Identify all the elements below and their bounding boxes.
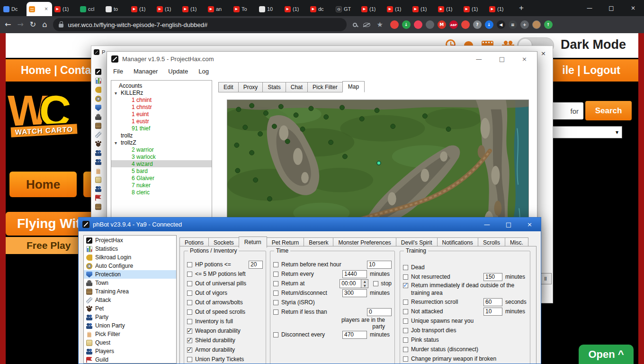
sidebar-item[interactable]: Attack xyxy=(84,296,176,304)
time-value[interactable]: 00:00 xyxy=(340,279,361,288)
reading-list-icon[interactable]: ≡ xyxy=(509,20,517,29)
checkbox[interactable] xyxy=(187,309,192,315)
value-input[interactable]: 10 xyxy=(483,308,502,316)
browser-tab[interactable]: (1) xyxy=(282,2,308,16)
checkbox[interactable] xyxy=(187,272,192,277)
bookmark-star-icon[interactable]: ★ xyxy=(376,20,383,29)
checkbox[interactable] xyxy=(273,300,278,305)
home-button[interactable]: ⌂ xyxy=(42,21,47,28)
address-bar[interactable]: user.wco.tv/flying-witch-episode-7-engli… xyxy=(53,18,347,31)
manager-title-bar[interactable]: Manager v1.9.5 - ProjectHax.com — □ × xyxy=(107,52,537,66)
phbot-title-bar[interactable]: phBot v23.9.4 - Ya9 - Connected — □ × xyxy=(79,218,541,231)
phbot-sidebar[interactable]: ProjectHax Statistics Silkroad Login Aut… xyxy=(83,235,177,364)
settings-gear-icon[interactable] xyxy=(426,20,434,29)
pocket-icon[interactable] xyxy=(414,20,422,29)
value-input[interactable]: 470 xyxy=(342,331,367,339)
expander-arrow-icon[interactable] xyxy=(115,139,121,146)
browser-tab[interactable]: (1) xyxy=(129,2,154,16)
tab[interactable]: Map xyxy=(342,81,365,92)
back-button[interactable]: ← xyxy=(5,21,11,28)
reload-button[interactable]: ↻ xyxy=(30,21,36,28)
sidebar-item[interactable]: Town xyxy=(84,279,176,287)
minimize-button[interactable]: — xyxy=(476,55,482,63)
browser-tab[interactable]: To xyxy=(231,2,257,16)
sidebar-item[interactable]: Pet xyxy=(84,304,176,313)
checkbox[interactable] xyxy=(403,309,408,314)
tree-item[interactable]: 1 chnstr xyxy=(111,103,212,110)
checkbox[interactable] xyxy=(187,328,192,334)
sidebar-item[interactable]: Silkroad Login xyxy=(84,253,176,262)
browser-tab[interactable]: to xyxy=(103,2,129,16)
browser-tab[interactable]: 10 xyxy=(257,2,282,16)
checkbox[interactable] xyxy=(273,332,278,337)
tree-item[interactable]: 91 thief xyxy=(111,125,212,132)
background-window-close-button[interactable]: × xyxy=(541,50,546,57)
url-text[interactable]: user.wco.tv/flying-witch-episode-7-engli… xyxy=(68,21,341,28)
tab[interactable]: Chat xyxy=(286,82,308,92)
sidebar-item[interactable]: Auto Configure xyxy=(84,262,176,270)
value-input[interactable]: 300 xyxy=(342,289,367,297)
value-input[interactable]: 60 xyxy=(483,298,502,306)
eye-slash-icon[interactable] xyxy=(363,23,370,27)
browser-tab[interactable]: (1) xyxy=(180,2,206,16)
menu-item[interactable]: Manager xyxy=(128,68,163,75)
close-button[interactable]: × xyxy=(522,55,527,63)
browser-tab[interactable]: GT xyxy=(333,2,359,16)
tree-item[interactable]: 2 warrior xyxy=(111,146,212,153)
maximize-button[interactable]: □ xyxy=(499,55,505,63)
category-dropdown[interactable]: ▾ xyxy=(550,126,622,138)
download-icon[interactable]: ↓ xyxy=(402,20,411,29)
checkbox[interactable] xyxy=(187,357,192,362)
checkbox[interactable] xyxy=(273,281,278,286)
tree-item[interactable]: 7 nuker xyxy=(111,182,212,189)
checkbox[interactable] xyxy=(273,291,278,296)
nav-links-right[interactable]: ile | Logout xyxy=(562,64,620,77)
checkbox[interactable] xyxy=(187,291,192,296)
sidebar-item[interactable]: Protection xyxy=(84,270,176,279)
checkbox[interactable] xyxy=(187,347,192,353)
tab-close-icon[interactable] xyxy=(45,6,50,12)
checkbox[interactable] xyxy=(187,338,192,343)
maximize-button[interactable]: □ xyxy=(506,221,511,228)
expander-arrow-icon[interactable] xyxy=(115,90,121,96)
tree-item[interactable]: 5 bard xyxy=(111,167,212,174)
sidebar-item[interactable]: Training Area xyxy=(84,287,176,296)
menu-item[interactable]: Log xyxy=(193,68,214,75)
value-input[interactable]: 0 xyxy=(367,308,392,316)
tab[interactable]: Return xyxy=(239,237,267,248)
browser-tab[interactable]: (1) xyxy=(52,2,78,16)
time-spinner[interactable]: 00:00 xyxy=(340,279,368,288)
adblock-icon[interactable] xyxy=(390,20,399,29)
minimize-button[interactable]: — xyxy=(484,221,490,228)
new-tab-button[interactable]: + xyxy=(515,2,528,14)
checkbox[interactable] xyxy=(187,281,192,286)
browser-tab[interactable] xyxy=(27,2,52,16)
checkbox[interactable] xyxy=(403,274,408,280)
checkbox[interactable] xyxy=(403,318,408,324)
sidebar-item[interactable]: ProjectHax xyxy=(84,236,176,245)
window-close-button[interactable]: × xyxy=(622,0,644,16)
spin-up-icon[interactable] xyxy=(361,280,368,284)
home-menu-button[interactable]: Home xyxy=(9,172,77,197)
tree-item[interactable]: trollzZ xyxy=(111,139,212,146)
sidebar-item[interactable]: Statistics xyxy=(84,245,176,253)
value-input[interactable]: 150 xyxy=(483,273,502,281)
tree-item[interactable]: 8 cleric xyxy=(111,189,212,196)
sidebar-item[interactable]: Guild xyxy=(84,355,176,364)
spin-down-icon[interactable] xyxy=(361,283,368,288)
browser-tab[interactable]: (1) xyxy=(359,2,385,16)
tree-item[interactable]: 6 Glaiver xyxy=(111,174,212,182)
sidebar-item[interactable]: Union Party xyxy=(84,321,176,330)
browser-tab[interactable]: ccl xyxy=(78,2,103,16)
pin-icon[interactable] xyxy=(461,20,470,29)
browser-tab[interactable]: an xyxy=(206,2,231,16)
search-button[interactable]: Search xyxy=(585,101,632,120)
open-button[interactable]: Open ^ xyxy=(579,345,634,364)
stop-checkbox[interactable] xyxy=(373,281,378,286)
tree-item[interactable]: KILLERz xyxy=(111,89,212,96)
value-input[interactable]: 10 xyxy=(367,261,392,269)
upload-green-icon[interactable]: ↑ xyxy=(544,20,553,29)
lock-icon[interactable] xyxy=(59,24,63,27)
blue-download-icon[interactable]: ↓ xyxy=(485,20,493,29)
tree-item[interactable]: 3 warlock xyxy=(111,153,212,160)
